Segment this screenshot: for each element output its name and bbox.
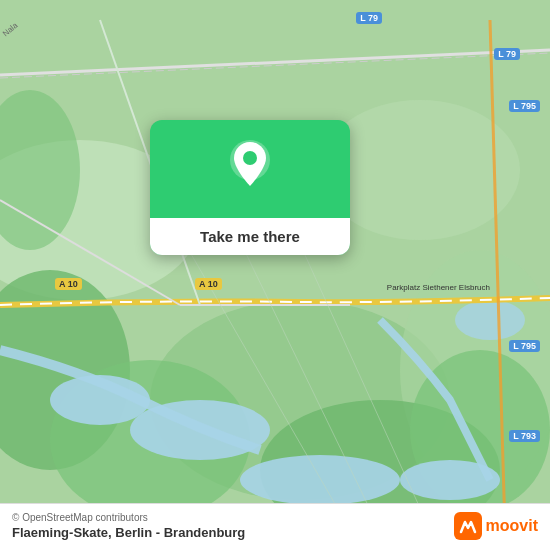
moovit-logo: moovit <box>454 512 538 540</box>
popup-card: Take me there <box>150 120 350 255</box>
road-label-l79-1: L 79 <box>356 12 382 24</box>
road-label-l795-1: L 795 <box>509 100 540 112</box>
road-label-l795-2: L 795 <box>509 340 540 352</box>
bottom-bar: © OpenStreetMap contributors Flaeming-Sk… <box>0 503 550 550</box>
bottom-info: © OpenStreetMap contributors Flaeming-Sk… <box>12 512 245 540</box>
location-pin-icon <box>228 140 272 190</box>
road-label-a10-1: A 10 <box>55 278 82 290</box>
moovit-text: moovit <box>486 517 538 535</box>
pin-icon-container <box>228 140 272 194</box>
copyright-text: © OpenStreetMap contributors <box>12 512 245 523</box>
road-label-l793: L 793 <box>509 430 540 442</box>
parkplatz-label: Parkplatz Siethener Elsbruch <box>387 283 490 292</box>
map-background <box>0 0 550 550</box>
moovit-brand-icon <box>454 512 482 540</box>
road-label-l79-2: L 79 <box>494 48 520 60</box>
map-container: L 79 L 79 L 795 A 10 A 10 L 795 L 793 Pa… <box>0 0 550 550</box>
take-me-there-button[interactable]: Take me there <box>150 218 350 255</box>
svg-point-2 <box>320 100 520 240</box>
svg-point-25 <box>243 151 257 165</box>
svg-point-14 <box>455 300 525 340</box>
location-title: Flaeming-Skate, Berlin - Brandenburg <box>12 525 245 540</box>
svg-point-12 <box>240 455 400 505</box>
road-label-a10-2: A 10 <box>195 278 222 290</box>
